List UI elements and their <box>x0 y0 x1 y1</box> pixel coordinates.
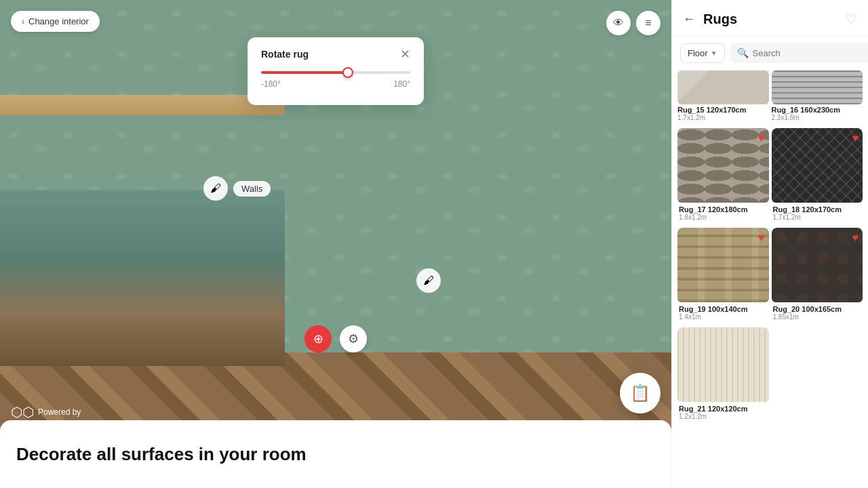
rug-item-20[interactable]: ♥ Rug_20 100x165cm 1.85x1m <box>772 228 863 325</box>
chevron-down-icon: ▼ <box>711 49 717 57</box>
slider-track <box>261 71 410 74</box>
rug-16-info: Rug_16 160x230cm 2.3x1.6m <box>772 104 863 123</box>
rug-18-pattern <box>772 128 863 203</box>
rug-20-thumbnail-container: ♥ <box>772 228 863 302</box>
change-interior-button[interactable]: ‹ Change interior <box>11 11 100 32</box>
rug-19-size: 1.4x1m <box>679 313 768 321</box>
rug-17-info: Rug_17 120x180cm 1.8x1.2m <box>677 203 769 225</box>
rug-19-name: Rug_19 100x140cm <box>679 305 768 313</box>
walls-label: Walls <box>233 181 271 197</box>
rug-19-favorite-button[interactable]: ♥ <box>758 232 765 244</box>
rug-top-row: Rug_15 120x170cm 1.7x1.2m Rug_16 160x230… <box>672 70 868 123</box>
paint-icon: 🖌 <box>210 182 221 195</box>
rug-grid: ♥ Rug_17 120x180cm 1.8x1.2m ♥ Rug_18 120… <box>672 123 868 488</box>
rotation-slider-container[interactable]: -180° 180° <box>261 71 410 89</box>
powered-by-section: ⬡⬡ Powered by <box>11 404 81 420</box>
search-input[interactable] <box>753 48 867 58</box>
layers-button[interactable]: ⊕ <box>304 325 332 352</box>
floor-edit-icon: 🖌 <box>423 274 434 287</box>
right-panel: ← Rugs ♡ Floor ▼ 🔍 Rug_15 120x170cm 1.7x… <box>671 0 868 488</box>
filter-row: Floor ▼ 🔍 <box>672 36 868 70</box>
rug-16-size: 2.3x1.6m <box>772 114 863 121</box>
rug-top-item-15[interactable]: Rug_15 120x170cm 1.7x1.2m <box>677 70 769 123</box>
rug-19-thumbnail-container: ♥ <box>677 228 769 302</box>
rug-17-thumbnail-container: ♥ <box>677 128 769 203</box>
rug-20-favorite-button[interactable]: ♥ <box>852 232 859 244</box>
walls-label-group: 🖌 Walls <box>203 176 271 201</box>
search-box: 🔍 <box>730 43 868 63</box>
floor-filter-label: Floor <box>688 48 708 58</box>
rug-17-size: 1.8x1.2m <box>679 214 768 221</box>
rotate-rug-dialog: Rotate rug ✕ -180° 180° <box>248 37 424 105</box>
rug-19-pattern <box>677 228 769 302</box>
doc-icon: 📋 <box>630 384 650 403</box>
powered-by-text: Powered by <box>38 407 81 417</box>
rug-item-18[interactable]: ♥ Rug_18 120x170cm 1.7x1.2m <box>772 128 863 225</box>
rug-top-item-16[interactable]: Rug_16 160x230cm 2.3x1.6m <box>772 70 863 123</box>
visibility-toggle-button[interactable]: 👁 <box>606 11 631 35</box>
brand-logo: ⬡⬡ <box>11 404 34 420</box>
rug-16-thumbnail <box>772 70 863 104</box>
rug-17-pattern <box>677 128 769 203</box>
slider-min-label: -180° <box>261 79 281 89</box>
eye-off-icon: 👁 <box>613 17 624 29</box>
panel-header-left: ← Rugs <box>683 12 737 27</box>
rug-item-19[interactable]: ♥ Rug_19 100x140cm 1.4x1m <box>677 228 769 325</box>
slider-thumb <box>342 67 353 78</box>
panel-header: ← Rugs ♡ <box>672 0 868 36</box>
layers-icon: ⊕ <box>313 331 323 346</box>
rug-20-name: Rug_20 100x165cm <box>773 305 862 313</box>
slider-max-label: 180° <box>393 79 410 89</box>
rug-18-name: Rug_18 120x170cm <box>773 205 862 214</box>
rug-16-name: Rug_16 160x230cm <box>772 106 863 114</box>
cta-floating-button[interactable]: 📋 <box>620 373 660 413</box>
room-viewport: ‹ Change interior 👁 ≡ 🖌 Walls 🖌 ⊞ Rotate… <box>0 0 671 488</box>
bottom-controls: ⊕ ⚙ <box>304 325 367 352</box>
favorites-button[interactable]: ♡ <box>845 11 857 27</box>
rug-15-info: Rug_15 120x170cm 1.7x1.2m <box>677 104 769 123</box>
rug-21-thumbnail-container: ♡ <box>677 327 769 402</box>
rug-20-size: 1.85x1m <box>773 313 862 321</box>
rug-18-favorite-button[interactable]: ♥ <box>852 132 859 144</box>
rotate-rug-close-button[interactable]: ✕ <box>400 48 410 60</box>
settings-button[interactable]: ⚙ <box>340 325 367 352</box>
menu-icon: ≡ <box>645 17 651 29</box>
counter-top <box>0 95 285 115</box>
rug-17-favorite-button[interactable]: ♥ <box>758 132 765 144</box>
menu-button[interactable]: ≡ <box>636 11 660 35</box>
floor-filter-dropdown[interactable]: Floor ▼ <box>680 43 725 63</box>
rug-18-thumbnail-container: ♥ <box>772 128 863 203</box>
rug-21-size: 1.2x1.2m <box>679 413 768 420</box>
rug-15-thumbnail <box>677 70 769 104</box>
rug-21-info: Rug_21 120x120cm 1.2x1.2m <box>677 402 769 424</box>
rotate-rug-header: Rotate rug ✕ <box>261 48 410 60</box>
rug-18-size: 1.7x1.2m <box>773 214 862 221</box>
top-right-controls: 👁 ≡ <box>606 11 660 35</box>
rug-20-pattern <box>772 228 863 302</box>
slider-fill <box>261 71 348 74</box>
change-interior-label: Change interior <box>28 16 89 26</box>
chevron-left-icon: ‹ <box>22 17 24 26</box>
kitchen-cabinets <box>0 190 285 366</box>
rug-15-name: Rug_15 120x170cm <box>677 106 769 114</box>
back-button[interactable]: ← <box>683 12 695 26</box>
slider-labels: -180° 180° <box>261 79 410 89</box>
bottom-banner: Decorate all surfaces in your room <box>0 420 671 488</box>
rug-17-name: Rug_17 120x180cm <box>679 205 768 214</box>
rotate-rug-title: Rotate rug <box>261 49 309 60</box>
walls-icon-button[interactable]: 🖌 <box>203 176 228 201</box>
rug-15-size: 1.7x1.2m <box>677 114 769 121</box>
rug-item-17[interactable]: ♥ Rug_17 120x180cm 1.8x1.2m <box>677 128 769 225</box>
rug-19-info: Rug_19 100x140cm 1.4x1m <box>677 302 769 325</box>
banner-title: Decorate all surfaces in your room <box>16 444 307 465</box>
floor-icon-button[interactable]: 🖌 <box>416 268 441 293</box>
gear-icon: ⚙ <box>348 331 359 346</box>
rug-21-favorite-button[interactable]: ♡ <box>755 331 765 344</box>
rug-21-name: Rug_21 120x120cm <box>679 405 768 413</box>
search-icon: 🔍 <box>737 47 749 58</box>
rug-18-info: Rug_18 120x170cm 1.7x1.2m <box>772 203 863 225</box>
rug-item-21[interactable]: ♡ Rug_21 120x120cm 1.2x1.2m <box>677 327 769 424</box>
rug-20-info: Rug_20 100x165cm 1.85x1m <box>772 302 863 325</box>
panel-title: Rugs <box>703 12 737 27</box>
